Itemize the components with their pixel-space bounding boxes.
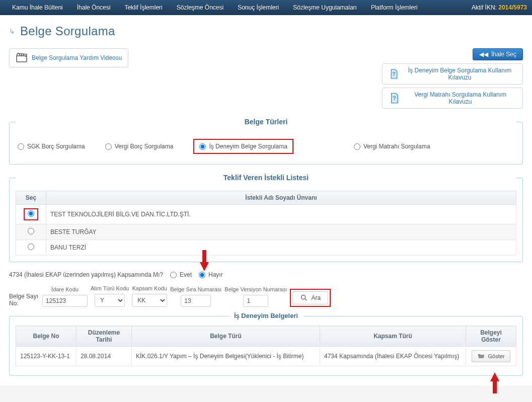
istekli-radio-2[interactable] <box>28 244 34 250</box>
label-sira: Belge Sıra Numarası <box>170 286 221 293</box>
aktif-ikn-value: 2014/5973 <box>498 4 527 11</box>
breadcrumb-icon: ↳ <box>9 27 15 35</box>
istekli-name-1: BESTE TURĞAY <box>46 224 516 240</box>
ara-label: Ara <box>311 294 321 301</box>
ihale-sec-button[interactable]: ◀◀ İhale Seç <box>473 48 523 60</box>
fields-row: Belge Sayı No: İdare Kodu Alım Türü Kodu… <box>9 285 523 307</box>
radio-hayir-label: Hayır <box>208 271 223 278</box>
field-alim: Alım Türü Kodu Y <box>91 285 129 307</box>
radio-vergi-matrah-input[interactable] <box>354 143 360 150</box>
table-row[interactable]: TEST TEKNOLOJİLERİ BİLG.VE DAN.TİC.LTD.Ş… <box>16 205 516 224</box>
ihale-sec-label: İhale Seç <box>491 51 516 58</box>
results-panel: İş Deneyim Belgeleri Belge No Düzenleme … <box>9 316 523 376</box>
action-row: Belge Sorgulama Yardım Videosu ◀◀ İhale … <box>9 48 523 109</box>
table-row: 125123-Y-KK-13-1 28.08.2014 KİK.026.1/Y … <box>16 347 516 366</box>
table-row[interactable]: BANU TERZİ <box>16 240 516 256</box>
goster-label: Göster <box>488 353 504 359</box>
menu-sozlesme-uyg[interactable]: Sözleşme Uygulamaları <box>286 0 364 15</box>
menu-sonuc[interactable]: Sonuç İşlemleri <box>231 0 286 15</box>
istekli-legend: Teklif Veren İstekli Listesi <box>16 174 516 182</box>
cell-tarih: 28.08.2014 <box>77 347 132 366</box>
help-video-button[interactable]: Belge Sorgulama Yardım Videosu <box>9 48 128 67</box>
ara-button[interactable]: Ara <box>292 291 328 304</box>
col-belge-no: Belge No <box>16 326 77 347</box>
help-video-label: Belge Sorgulama Yardım Videosu <box>32 54 122 61</box>
document-help-icon: ? <box>389 92 400 104</box>
col-kapsam: Kapsam Türü <box>320 326 466 347</box>
radio-hayir[interactable]: Hayır <box>199 271 223 278</box>
red-arrow-icon <box>489 372 500 394</box>
istekli-name-0: TEST TEKNOLOJİLERİ BİLG.VE DAN.TİC.LTD.Ş… <box>46 205 516 224</box>
topbar: Kamu İhale Bülteni İhale Öncesi Teklif İ… <box>0 0 532 15</box>
menu-ihale-oncesi[interactable]: İhale Öncesi <box>70 0 118 15</box>
topbar-menus: Kamu İhale Bülteni İhale Öncesi Teklif İ… <box>5 0 425 15</box>
svg-point-3 <box>301 295 306 299</box>
kapsam-row: 4734 (İhalesi EKAP üzerinden yapılmış) K… <box>9 271 523 278</box>
menu-sozlesme-oncesi[interactable]: Sözleşme Öncesi <box>170 0 231 15</box>
istekli-table: Seç İstekli Adı Soyadı Ünvanı TEST TEKNO… <box>16 191 516 256</box>
right-buttons: ◀◀ İhale Seç ? İş Deneyim Belge Sorgulam… <box>382 48 523 109</box>
col-ad: İstekli Adı Soyadı Ünvanı <box>46 191 516 205</box>
col-tur: Belge Türü <box>132 326 320 347</box>
field-sira: Belge Sıra Numarası <box>170 286 221 307</box>
svg-text:?: ? <box>392 71 395 77</box>
col-goster: Belgeyi Göster <box>466 326 516 347</box>
menu-teklif[interactable]: Teklif İşlemleri <box>117 0 169 15</box>
istekli-radio-0[interactable] <box>28 210 34 217</box>
radio-sgk[interactable]: SGK Borç Sorgulama <box>18 139 85 154</box>
document-help-icon: ? <box>389 68 399 80</box>
radio-vergi-borc[interactable]: Vergi Borç Sorgulama <box>105 139 174 154</box>
radio-is-deneyim-input[interactable] <box>199 143 206 150</box>
content: Belge Sorgulama Yardım Videosu ◀◀ İhale … <box>0 43 532 386</box>
cell-belge-no: 125123-Y-KK-13-1 <box>16 347 77 366</box>
radio-vergi-matrah-label: Vergi Matrahı Sorgulama <box>363 143 430 150</box>
field-versiyon: Belge Versiyon Numarası <box>224 286 287 307</box>
aktif-ikn: Aktif İKN: 2014/5973 <box>472 4 527 11</box>
menu-kib[interactable]: Kamu İhale Bülteni <box>5 0 70 15</box>
search-icon <box>300 294 308 302</box>
page-header: ↳ Belge Sorgulama <box>0 15 532 43</box>
results-title: İş Deneyim Belgeleri <box>229 312 303 319</box>
radio-sgk-input[interactable] <box>18 143 24 150</box>
input-sira[interactable] <box>181 295 211 307</box>
istekli-name-2: BANU TERZİ <box>46 240 516 256</box>
field-kapsam: Kapsam Kodu KK <box>132 285 167 307</box>
input-idare[interactable] <box>42 295 88 307</box>
page-title: Belge Sorgulama <box>20 24 115 38</box>
results-table: Belge No Düzenleme Tarihi Belge Türü Kap… <box>16 326 516 366</box>
goster-button[interactable]: Göster <box>472 350 510 362</box>
radio-vergi-borc-input[interactable] <box>105 143 112 150</box>
col-tarih: Düzenleme Tarihi <box>77 326 132 347</box>
folder-open-icon <box>477 352 485 360</box>
svg-text:?: ? <box>393 95 396 101</box>
belge-types-row: SGK Borç Sorgulama Vergi Borç Sorgulama … <box>16 135 516 158</box>
klavuz-is-button[interactable]: ? İş Deneyim Belge Sorgulama Kullanım Kı… <box>382 63 523 85</box>
label-idare: İdare Kodu <box>51 286 79 293</box>
istekli-panel: Teklif Veren İstekli Listesi Seç İstekli… <box>9 174 523 262</box>
radio-evet-label: Evet <box>180 271 192 278</box>
table-row[interactable]: BESTE TURĞAY <box>16 224 516 240</box>
belge-turleri-legend: Belge Türleri <box>16 118 516 126</box>
klavuz-is-label: İş Deneyim Belge Sorgulama Kullanım Kıla… <box>403 67 516 81</box>
radio-vergi-matrah[interactable]: Vergi Matrahı Sorgulama <box>354 139 430 154</box>
rewind-icon: ◀◀ <box>479 51 488 58</box>
radio-sgk-label: SGK Borç Sorgulama <box>27 143 85 150</box>
col-sec: Seç <box>16 191 46 205</box>
istekli-radio-1[interactable] <box>28 228 34 234</box>
aktif-ikn-label: Aktif İKN: <box>472 4 497 11</box>
radio-is-deneyim[interactable]: İş Deneyim Belge Sorgulama <box>193 139 293 154</box>
clapperboard-icon <box>16 52 28 64</box>
label-versiyon: Belge Versiyon Numarası <box>224 286 287 293</box>
cell-kapsam: 4734 Kapsamında (İhalesi EKAP Öncesi Yap… <box>320 347 466 366</box>
radio-hayir-input[interactable] <box>199 272 205 278</box>
select-alim[interactable]: Y <box>95 294 125 307</box>
radio-evet-input[interactable] <box>170 272 177 278</box>
menu-platform[interactable]: Platform İşlemleri <box>364 0 425 15</box>
klavuz-vergi-button[interactable]: ? Vergi Matrahı Sorgulama Kullanım Kılav… <box>382 88 523 109</box>
label-alim: Alım Türü Kodu <box>91 285 129 292</box>
input-versiyon[interactable] <box>243 295 268 307</box>
cell-tur: KİK.026.1/Y Yapım – İş Deneyim Belgesi(Y… <box>132 347 320 366</box>
select-kapsam[interactable]: KK <box>132 294 167 307</box>
radio-evet[interactable]: Evet <box>170 271 192 278</box>
kapsam-question: 4734 (İhalesi EKAP üzerinden yapılmış) K… <box>9 271 163 278</box>
